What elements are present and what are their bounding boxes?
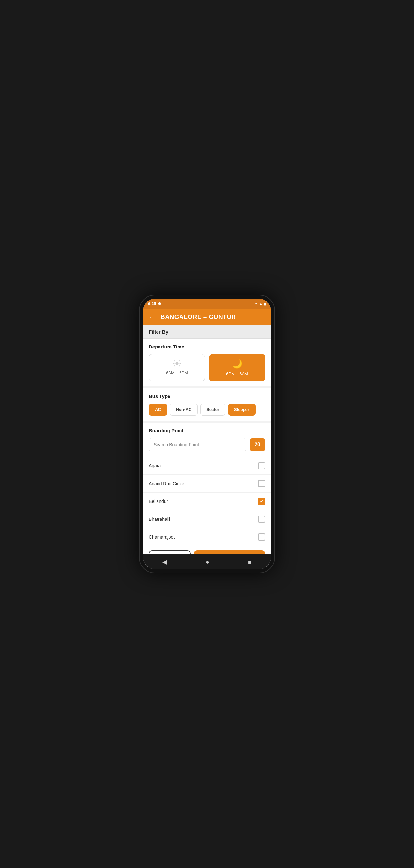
bus-type-options: AC Non-AC Seater Sleeper <box>149 404 265 415</box>
phone-screen: 6:25 ⚙ ▼ ▲ ▮ ← BANGALORE – GUNTUR Filter… <box>143 299 271 569</box>
bottom-nav: ◀ ● ■ <box>143 555 271 569</box>
content-area: Filter By Departure Time <box>143 325 271 555</box>
apply-filters-button[interactable]: Apply Filters <box>194 550 265 555</box>
header-title: BANGALORE – GUNTUR <box>161 313 236 321</box>
status-time: 6:25 <box>148 302 156 306</box>
gear-icon: ⚙ <box>158 302 162 306</box>
time-option-night-label: 6PM – 6AM <box>226 371 248 376</box>
bus-type-sleeper[interactable]: Sleeper <box>228 404 255 415</box>
wifi-icon: ▼ <box>254 302 258 306</box>
time-option-day-label: 6AM – 6PM <box>166 371 188 375</box>
bus-type-nonac[interactable]: Non-AC <box>170 404 198 415</box>
phone-frame: 6:25 ⚙ ▼ ▲ ▮ ← BANGALORE – GUNTUR Filter… <box>139 295 275 573</box>
boarding-checkbox-anand-rao[interactable] <box>258 480 265 487</box>
boarding-checkbox-agara[interactable] <box>258 462 265 469</box>
bus-type-ac[interactable]: AC <box>149 404 167 415</box>
departure-time-section: Departure Time <box>143 339 271 386</box>
moon-icon: 🌙 <box>232 359 242 369</box>
boarding-point-title: Boarding Point <box>149 428 265 433</box>
boarding-count-badge: 20 <box>250 438 265 452</box>
boarding-item-chamarajpet[interactable]: Chamarajpet <box>143 528 271 546</box>
status-left: 6:25 ⚙ <box>148 302 162 306</box>
svg-line-5 <box>174 361 175 362</box>
svg-point-0 <box>175 362 178 365</box>
clear-button[interactable]: Clear <box>149 550 191 555</box>
bottom-buttons: Clear Apply Filters <box>143 546 271 555</box>
filter-by-label: Filter By <box>143 325 271 339</box>
nav-home-icon[interactable]: ● <box>206 559 209 565</box>
status-right: ▼ ▲ ▮ <box>254 302 266 306</box>
app-header: ← BANGALORE – GUNTUR <box>143 309 271 325</box>
departure-time-title: Departure Time <box>149 344 265 349</box>
boarding-search-row: 20 <box>149 438 265 452</box>
bus-type-section: Bus Type AC Non-AC Seater Sleeper <box>143 388 271 421</box>
bus-type-seater[interactable]: Seater <box>200 404 226 415</box>
time-option-night[interactable]: 🌙 6PM – 6AM <box>209 354 265 381</box>
boarding-item-name: Bhatrahalli <box>149 517 170 522</box>
bus-type-title: Bus Type <box>149 394 265 399</box>
boarding-item-name: Agara <box>149 463 161 468</box>
svg-line-8 <box>174 365 175 366</box>
status-bar: 6:25 ⚙ ▼ ▲ ▮ <box>143 299 271 309</box>
time-option-day[interactable]: 6AM – 6PM <box>149 354 205 381</box>
nav-back-icon[interactable]: ◀ <box>162 558 167 565</box>
boarding-item-name: Chamarajpet <box>149 534 175 539</box>
boarding-item-agara[interactable]: Agara <box>143 457 271 475</box>
svg-line-6 <box>179 365 180 366</box>
boarding-point-section: Boarding Point 20 <box>143 423 271 457</box>
boarding-checkbox-bhatrahalli[interactable] <box>258 516 265 523</box>
boarding-list: Agara Anand Rao Circle Bellandur Bhatrah… <box>143 457 271 546</box>
boarding-item-name: Anand Rao Circle <box>149 481 184 486</box>
back-button[interactable]: ← <box>149 313 156 321</box>
boarding-item-bellandur[interactable]: Bellandur <box>143 493 271 510</box>
search-boarding-input[interactable] <box>149 438 246 452</box>
sun-icon <box>172 359 181 368</box>
boarding-checkbox-bellandur[interactable] <box>258 498 265 505</box>
boarding-item-anand-rao[interactable]: Anand Rao Circle <box>143 475 271 493</box>
battery-icon: ▮ <box>264 302 266 306</box>
signal-icon: ▲ <box>259 302 263 306</box>
time-options: 6AM – 6PM 🌙 6PM – 6AM <box>149 354 265 381</box>
svg-line-7 <box>179 361 180 362</box>
boarding-item-bhatrahalli[interactable]: Bhatrahalli <box>143 510 271 528</box>
boarding-checkbox-chamarajpet[interactable] <box>258 533 265 540</box>
boarding-item-name: Bellandur <box>149 499 168 504</box>
nav-recent-icon[interactable]: ■ <box>248 559 252 565</box>
